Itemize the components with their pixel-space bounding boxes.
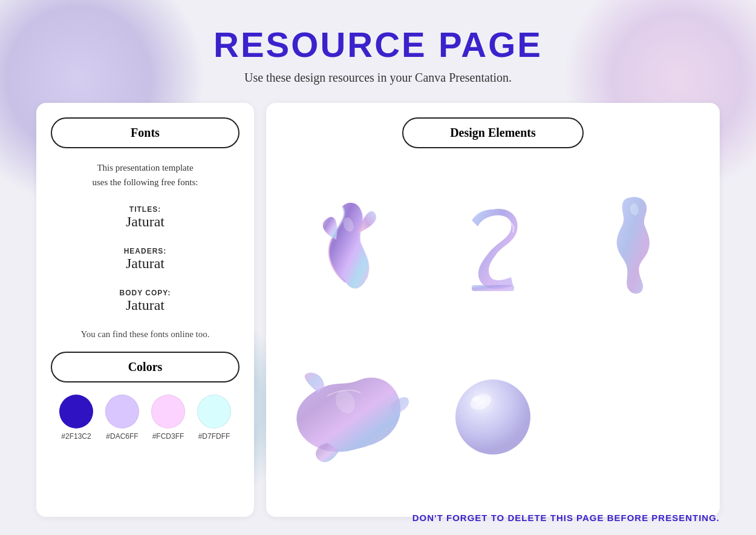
design-element-2 — [428, 166, 558, 326]
svg-point-5 — [455, 379, 530, 455]
color-hex-4: #D7FDFF — [198, 432, 230, 441]
shape-svg-2 — [454, 197, 532, 294]
left-panel: Fonts This presentation template uses th… — [36, 103, 254, 517]
color-circle-2 — [105, 395, 139, 428]
color-swatches: #2F13C2 #DAC6FF #FCD3FF #D7FDFF — [51, 390, 240, 445]
shape-svg-1 — [312, 197, 391, 294]
font-entry-titles: TITLES: Jaturat — [51, 205, 240, 230]
font-label-titles: TITLES: — [51, 205, 240, 214]
header-section: RESOURCE PAGE Use these design resources… — [213, 24, 543, 85]
design-element-1 — [287, 166, 416, 326]
color-swatch-3: #FCD3FF — [151, 395, 185, 441]
main-content: Fonts This presentation template uses th… — [36, 103, 720, 517]
color-hex-3: #FCD3FF — [152, 432, 184, 441]
colors-section: Colors #2F13C2 #DAC6FF #FCD3FF — [51, 352, 240, 445]
page-container: RESOURCE PAGE Use these design resources… — [0, 0, 756, 535]
color-circle-1 — [59, 395, 93, 428]
design-elements-grid — [281, 160, 705, 502]
design-elements-header: Design Elements — [402, 117, 584, 148]
page-title: RESOURCE PAGE — [213, 24, 543, 65]
color-circle-4 — [197, 395, 231, 428]
shape-svg-4 — [291, 372, 412, 462]
design-element-3 — [570, 166, 699, 326]
fonts-section-header: Fonts — [51, 117, 240, 148]
color-swatch-4: #D7FDFF — [197, 395, 231, 441]
footer-note: DON'T FORGET TO DELETE THIS PAGE BEFORE … — [412, 513, 720, 523]
design-element-4 — [287, 338, 416, 497]
font-entry-body: BODY COPY: Jaturat — [51, 289, 240, 313]
shape-svg-5 — [451, 375, 535, 459]
color-hex-2: #DAC6FF — [106, 432, 138, 441]
color-swatch-2: #DAC6FF — [105, 395, 139, 441]
font-name-headers: Jaturat — [51, 255, 240, 272]
shape-svg-3 — [598, 191, 671, 300]
color-hex-1: #2F13C2 — [61, 432, 91, 441]
fonts-intro-line1: This presentation template — [97, 163, 193, 172]
design-element-5 — [428, 338, 558, 497]
font-label-body: BODY COPY: — [51, 289, 240, 297]
page-subtitle: Use these design resources in your Canva… — [213, 71, 543, 85]
color-swatch-1: #2F13C2 — [59, 395, 93, 441]
fonts-note: You can find these fonts online too. — [51, 327, 240, 342]
color-circle-3 — [151, 395, 185, 428]
font-label-headers: HEADERS: — [51, 247, 240, 255]
colors-section-header: Colors — [51, 352, 240, 382]
fonts-intro: This presentation template uses the foll… — [51, 158, 240, 192]
font-name-titles: Jaturat — [51, 214, 240, 230]
right-panel: Design Elements — [266, 103, 720, 517]
font-entry-headers: HEADERS: Jaturat — [51, 247, 240, 272]
svg-rect-1 — [472, 285, 514, 291]
font-name-body: Jaturat — [51, 297, 240, 313]
fonts-intro-line2: uses the following free fonts: — [93, 177, 198, 187]
